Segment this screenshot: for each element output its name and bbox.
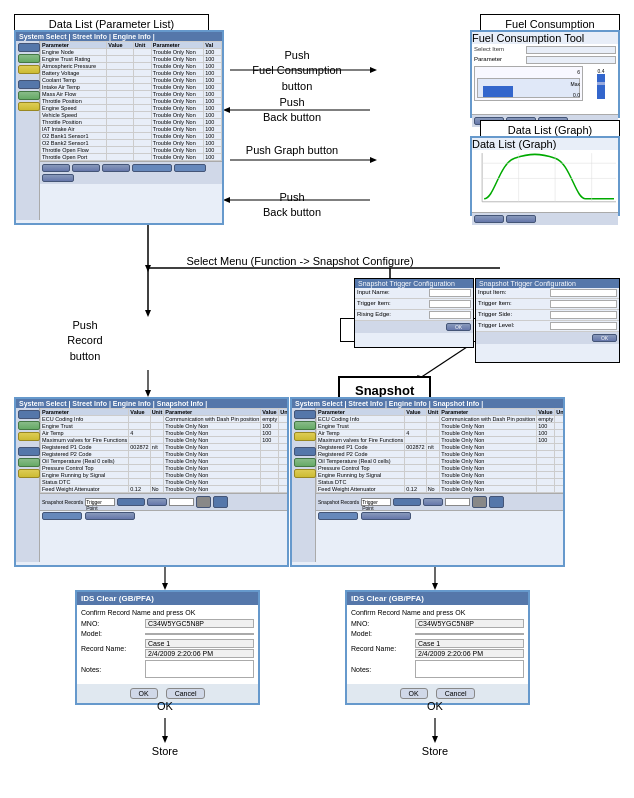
table-row: Maximum valves for Fire FunctionsTrouble… bbox=[317, 437, 564, 444]
table-row: ECU Coding InfoCommunication with Dash P… bbox=[41, 416, 288, 423]
push-back-btn-1-label: PushBack button bbox=[232, 95, 352, 126]
snap-save-btn[interactable] bbox=[213, 496, 228, 508]
svg-marker-3 bbox=[223, 107, 230, 113]
right-dlg-notes-label: Notes: bbox=[351, 666, 411, 673]
right-dlg-model-label: Model: bbox=[351, 630, 411, 637]
rsnap-btn-4[interactable] bbox=[294, 447, 316, 456]
svg-marker-22 bbox=[432, 583, 438, 590]
table-row: Mass Air FlowTrouble Only Non100 bbox=[41, 91, 222, 98]
table-row: Pressure Control TopTrouble Only Non bbox=[317, 465, 564, 472]
rsnap-view-btn[interactable] bbox=[318, 512, 358, 520]
table-row: Registered P1 Code002872n/tTrouble Only … bbox=[317, 444, 564, 451]
right-store-label: Store bbox=[396, 745, 474, 757]
left-dlg-mno-row: MNO: C34W5YGC5N8P bbox=[81, 619, 254, 628]
left-dlg-cancel-btn[interactable]: Cancel bbox=[166, 688, 206, 699]
rsnap-btn-6[interactable] bbox=[294, 469, 316, 478]
btn-green-1[interactable] bbox=[18, 54, 40, 63]
right-dlg-notes-row: Notes: bbox=[351, 660, 524, 678]
btn-green-2[interactable] bbox=[18, 91, 40, 100]
table-row: Engine Running by SignalTrouble Only Non bbox=[317, 472, 564, 479]
left-dlg-date-value: 2/4/2009 2:20:06 PM bbox=[145, 649, 254, 658]
trigger-ok-btn-right[interactable]: OK bbox=[592, 334, 617, 342]
left-dlg-model-label: Model: bbox=[81, 630, 141, 637]
rsnap-cam-btn[interactable] bbox=[472, 496, 487, 508]
svg-marker-30 bbox=[432, 736, 438, 743]
left-dlg-model-value bbox=[145, 633, 254, 635]
snap-btn-1[interactable] bbox=[18, 410, 40, 419]
right-dlg-ok-btn[interactable]: OK bbox=[400, 688, 428, 699]
bottom-btn-back[interactable] bbox=[102, 164, 130, 172]
trigger-row: Trigger Level: bbox=[476, 321, 619, 332]
bottom-btn-next[interactable] bbox=[72, 164, 100, 172]
right-dlg-record-row: Record Name: Case 1 2/4/2009 2:20:06 PM bbox=[351, 639, 524, 658]
select-menu-label: Select Menu (Function -> Snapshot Config… bbox=[90, 255, 510, 267]
left-dlg-mno-value: C34W5YGC5N8P bbox=[145, 619, 254, 628]
rsnap-record-btn[interactable] bbox=[393, 498, 421, 506]
trigger-row-e: Trigger Item: bbox=[355, 299, 473, 310]
table-row: Throttle Open PortTrouble Only Non100 bbox=[41, 154, 222, 161]
snap-counter-btn[interactable] bbox=[147, 498, 167, 506]
snap-view-btn[interactable] bbox=[42, 512, 82, 520]
btn-yellow-2[interactable] bbox=[18, 102, 40, 111]
svg-marker-5 bbox=[370, 157, 377, 163]
table-row: Throttle PositionTrouble Only Non100 bbox=[41, 119, 222, 126]
right-ok-label: OK bbox=[400, 700, 470, 712]
table-row: O2 Bank2 Sensor1Trouble Only Non100 bbox=[41, 140, 222, 147]
btn-yellow-1[interactable] bbox=[18, 65, 40, 74]
right-dlg-mno-value: C34W5YGC5N8P bbox=[415, 619, 524, 628]
graph-btn-1[interactable] bbox=[474, 215, 504, 223]
rsnap-save-btn[interactable] bbox=[489, 496, 504, 508]
left-snapshot-window: System Select | Street Info | Engine Inf… bbox=[14, 397, 289, 567]
right-dlg-cancel-btn[interactable]: Cancel bbox=[436, 688, 476, 699]
trigger-config-window-right: Snapshot Trigger Configuration Input Ite… bbox=[475, 278, 620, 363]
btn-blue-2[interactable] bbox=[18, 80, 40, 89]
rsnap-btn-2[interactable] bbox=[294, 421, 316, 430]
table-row: IAT Intake AirTrouble Only Non100 bbox=[41, 126, 222, 133]
table-row: Throttle PositionTrouble Only Non100 bbox=[41, 98, 222, 105]
fuel-consumption-window: Fuel Consumption Tool Select Item Parame… bbox=[470, 30, 620, 118]
rsnap-btn-1[interactable] bbox=[294, 410, 316, 419]
rsnap-btn-3[interactable] bbox=[294, 432, 316, 441]
table-row: Status DTCTrouble Only Non bbox=[317, 479, 564, 486]
right-dlg-record-label: Record Name: bbox=[351, 645, 411, 652]
trigger-ok-btn-extra[interactable]: OK bbox=[446, 323, 471, 331]
graph-window-title: Data List (Graph) bbox=[472, 138, 618, 150]
btn-blue-1[interactable] bbox=[18, 43, 40, 52]
fuel-window-title: Fuel Consumption Tool bbox=[472, 32, 618, 44]
snap-btn-6[interactable] bbox=[18, 469, 40, 478]
left-dlg-record-label: Record Name: bbox=[81, 645, 141, 652]
snap-btn-3[interactable] bbox=[18, 432, 40, 441]
snap-btn-2[interactable] bbox=[18, 421, 40, 430]
snap-btn-5[interactable] bbox=[18, 458, 40, 467]
push-fuel-label: PushFuel Consumptionbutton bbox=[232, 48, 362, 94]
left-confirm-dialog: IDS Clear (GB/PFA) Confirm Record Name a… bbox=[75, 590, 260, 705]
left-ok-label: OK bbox=[130, 700, 200, 712]
bottom-btn-graph[interactable] bbox=[174, 164, 206, 172]
table-row: Feed Weight Attenuator0.12NoTrouble Only… bbox=[41, 486, 288, 493]
right-dlg-title: IDS Clear (GB/PFA) bbox=[347, 592, 528, 605]
snap-record-btn[interactable] bbox=[117, 498, 145, 506]
table-row: ECU Coding InfoCommunication with Dash P… bbox=[317, 416, 564, 423]
snap-cam-btn[interactable] bbox=[196, 496, 211, 508]
graph-btn-back[interactable] bbox=[506, 215, 536, 223]
table-row: Atmospheric PressureTrouble Only Non100 bbox=[41, 63, 222, 70]
table-row: Engine TrustTrouble Only Non100 bbox=[41, 423, 288, 430]
rsnap-btn-5[interactable] bbox=[294, 458, 316, 467]
bottom-btn-cancel[interactable] bbox=[42, 174, 74, 182]
left-dlg-model-row: Model: bbox=[81, 630, 254, 637]
main-window-title: System Select | Street Info | Engine Inf… bbox=[16, 32, 222, 41]
push-record-label: PushRecordbutton bbox=[40, 318, 130, 364]
rsnap-back-btn[interactable] bbox=[361, 512, 411, 520]
bottom-btn-prev[interactable] bbox=[42, 164, 70, 172]
snap-back-btn-left[interactable] bbox=[85, 512, 135, 520]
rsnap-counter-btn[interactable] bbox=[423, 498, 443, 506]
left-dlg-ok-btn[interactable]: OK bbox=[130, 688, 158, 699]
bottom-btn-fuel[interactable] bbox=[132, 164, 172, 172]
snap-btn-4[interactable] bbox=[18, 447, 40, 456]
table-row: Engine SpeedTrouble Only Non100 bbox=[41, 105, 222, 112]
table-row: Oil Temperature (Real 0 cells)Trouble On… bbox=[317, 458, 564, 465]
push-graph-label: Push Graph button bbox=[232, 143, 352, 158]
right-dlg-mno-row: MNO: C34W5YGC5N8P bbox=[351, 619, 524, 628]
right-dlg-model-row: Model: bbox=[351, 630, 524, 637]
trigger-row: Trigger Side: bbox=[476, 310, 619, 321]
